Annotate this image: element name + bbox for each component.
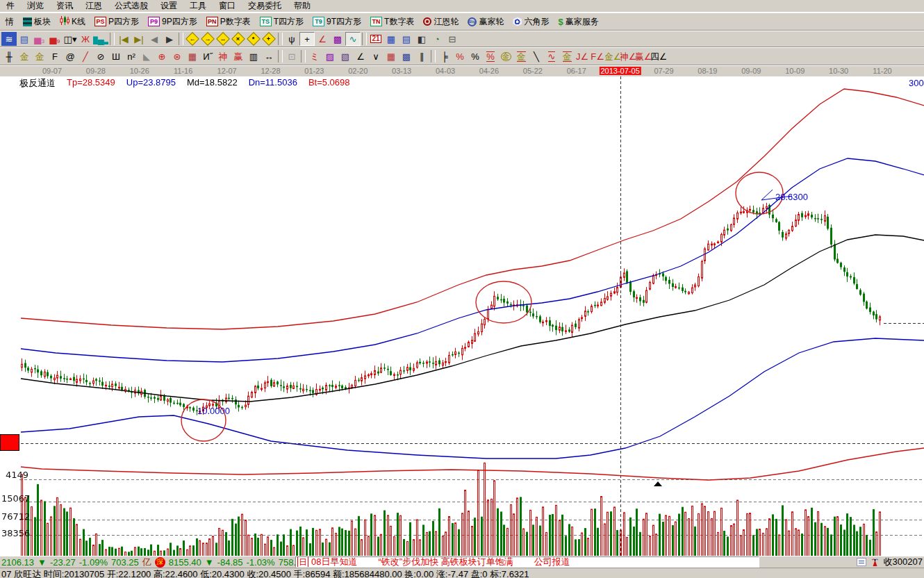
spiral-icon[interactable]: @	[63, 49, 78, 63]
menu-item-江恩[interactable]: 江恩	[79, 0, 108, 13]
span-arrow-icon[interactable]: ↔	[261, 49, 277, 63]
circle-ruler-icon[interactable]: ⊘	[93, 49, 108, 63]
gold-gate-icon[interactable]: 金	[17, 49, 32, 63]
bars-9-icon[interactable]: ▅₉	[47, 32, 63, 46]
percent-line-icon[interactable]: %	[483, 49, 498, 63]
notes-icon[interactable]: ▤	[399, 32, 414, 46]
setsquare-icon[interactable]: ◣	[139, 49, 154, 63]
percent-fan-icon[interactable]: %	[452, 49, 468, 63]
bars-3-icon[interactable]: ▅₃	[32, 32, 47, 46]
scale-tool-icon[interactable]: ╞	[437, 49, 452, 63]
p-table-button[interactable]: PNP数字表	[202, 15, 255, 28]
last-page-icon[interactable]: ▶|	[131, 32, 147, 46]
sectors-button[interactable]: 板块	[19, 15, 55, 28]
menu-item-交易委托[interactable]: 交易委托	[242, 0, 288, 13]
news-item[interactable]: 08日早知道	[311, 556, 357, 568]
pen-red-icon[interactable]: ╱	[78, 49, 93, 63]
menu-item-资讯[interactable]: 资讯	[50, 0, 79, 13]
wave-red-icon[interactable]: ∿	[544, 49, 559, 63]
k-pattern-icon[interactable]: Ж	[78, 32, 93, 46]
menu-item-工具[interactable]: 工具	[183, 0, 213, 13]
f-ruler-icon[interactable]: F	[47, 49, 63, 63]
menu-item-公式选股[interactable]: 公式选股	[108, 0, 154, 13]
diamond-cross-icon[interactable]: +	[261, 32, 277, 46]
hexagon-button[interactable]: 六角形	[509, 15, 553, 28]
gold-gate2-icon[interactable]: 金	[32, 49, 47, 63]
world-clock-icon[interactable]: ◔	[429, 32, 445, 46]
ying-grid-icon[interactable]: 赢	[231, 49, 246, 63]
printer-icon[interactable]: ⊟	[445, 32, 460, 46]
angle-rays-icon[interactable]: ∠	[353, 49, 368, 63]
angle-tool-icon[interactable]: ∠	[315, 32, 330, 46]
si-angle-icon[interactable]: 四∠	[651, 49, 666, 63]
fan-shade-icon[interactable]: ▧	[338, 49, 353, 63]
p-table-button-badge: PN	[206, 17, 218, 26]
news-item[interactable]: “铁改”步伐加快 高铁板块订单饱满	[378, 556, 513, 568]
target-icon[interactable]: ⊕	[154, 49, 170, 63]
fan-lines-icon[interactable]: ミ	[307, 49, 322, 63]
menu-item-浏览[interactable]: 浏览	[21, 0, 50, 13]
diamond-collapse-icon[interactable]: ×	[231, 32, 246, 46]
splitter-icon[interactable]	[857, 558, 866, 566]
menu-item-设置[interactable]: 设置	[154, 0, 183, 13]
calendar-icon[interactable]: 21	[368, 32, 383, 46]
diamond-star-icon[interactable]: *	[246, 32, 261, 46]
n-square-icon[interactable]: n²	[124, 49, 139, 63]
gann-wheel-button[interactable]: 江恩轮	[419, 15, 463, 28]
quote-button[interactable]: 情	[1, 15, 18, 28]
h-mark-icon[interactable]: И˝	[200, 49, 215, 63]
prev-page-icon[interactable]: ◀	[147, 32, 162, 46]
box-select-icon[interactable]: ⊡	[284, 49, 299, 63]
t-table-button[interactable]: TNT数字表	[366, 15, 418, 28]
gold-angle-icon[interactable]: 金∠	[605, 49, 620, 63]
9p-square-button[interactable]: P99P四方形	[144, 15, 201, 28]
gold-circle-icon[interactable]: 金	[498, 49, 513, 63]
p-square-button[interactable]: PSP四方形	[90, 15, 143, 28]
winner-wheel-button[interactable]: Big赢家轮	[463, 15, 508, 28]
9t-square-button[interactable]: T99T四方形	[308, 15, 365, 28]
grid-red-icon[interactable]: ▦	[383, 49, 399, 63]
menu-item-件[interactable]: 件	[0, 0, 21, 13]
save-icon[interactable]: ◧	[414, 32, 429, 46]
kline-button[interactable]: K线	[56, 15, 90, 28]
shenzhen-badge: 深	[155, 557, 165, 568]
diamond-left-icon[interactable]: ←	[185, 32, 200, 46]
parallel-lines-icon[interactable]: ∥	[414, 49, 429, 63]
ying-angle-icon[interactable]: 赢∠	[636, 49, 651, 63]
wave-tool-icon[interactable]: ∿	[345, 32, 361, 46]
t-square-button[interactable]: TST四方形	[256, 15, 308, 28]
ruler-grid-icon[interactable]: ▥	[246, 49, 261, 63]
info-panel-icon[interactable]: ▤	[17, 32, 32, 46]
menu-item-窗口[interactable]: 窗口	[213, 0, 242, 13]
crosshair-tool-icon[interactable]: +	[299, 32, 315, 46]
diamond-expand-icon[interactable]: ↔	[215, 32, 231, 46]
fan-box-icon[interactable]: ▨	[322, 49, 338, 63]
grid-arrow-icon[interactable]: ▩	[399, 49, 414, 63]
percent-icon[interactable]: %	[468, 49, 483, 63]
calculator-icon[interactable]: ▦	[383, 32, 399, 46]
f-angle-icon[interactable]: F∠	[590, 49, 605, 63]
ruler-tool-icon[interactable]: ╫	[1, 49, 17, 63]
diamond-right-icon[interactable]: →	[200, 32, 215, 46]
winner-service-button[interactable]: $赢家服务	[554, 15, 602, 28]
hand-tool-icon[interactable]: ψ	[284, 32, 299, 46]
market-grid-icon[interactable]: ≋	[1, 32, 17, 46]
j-angle-icon[interactable]: J∠	[575, 49, 590, 63]
box-grid-icon[interactable]: ▦	[185, 49, 200, 63]
gold-line-icon[interactable]: 金	[513, 49, 529, 63]
news-item[interactable]: 公司报道	[534, 556, 570, 568]
comb-icon[interactable]: Ш	[108, 49, 124, 63]
candlestick-chart[interactable]	[0, 76, 924, 556]
gann-grid-tool-icon[interactable]: ▩	[330, 32, 345, 46]
histogram-icon[interactable]: ▆▄▂	[93, 32, 108, 46]
v-wave-icon[interactable]: ∨	[368, 49, 383, 63]
first-page-icon[interactable]: |◀	[116, 32, 131, 46]
next-page-icon[interactable]: ▶	[162, 32, 177, 46]
shen-angle-icon[interactable]: 神∠	[620, 49, 636, 63]
star-grid-icon[interactable]: ⊛	[170, 49, 185, 63]
pen-black-icon[interactable]: ╲	[529, 49, 544, 63]
shen-grid-icon[interactable]: 神	[215, 49, 231, 63]
menu-item-帮助[interactable]: 帮助	[288, 0, 317, 13]
candle-type-icon[interactable]: ◫▾	[63, 32, 78, 46]
gold-red-icon[interactable]: 金	[559, 49, 575, 63]
